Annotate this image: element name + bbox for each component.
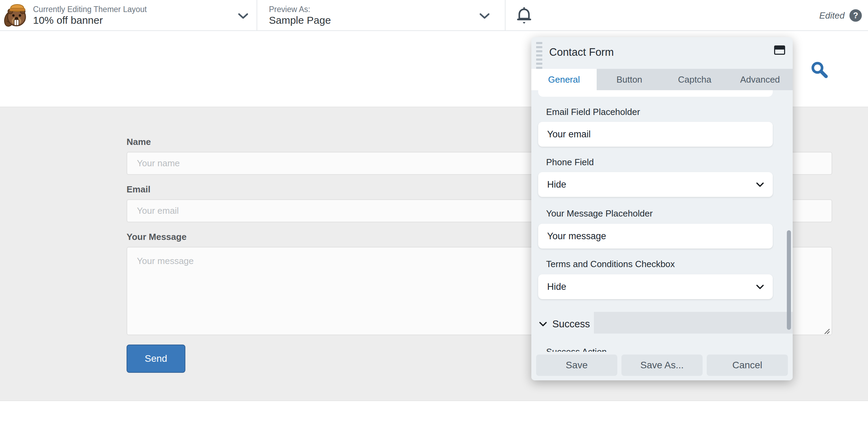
contact-form-settings-panel: Contact Form General Button Captcha Adva… <box>531 37 793 380</box>
name-field-label: Name <box>127 137 151 147</box>
preview-as-label: Preview As: <box>269 4 331 14</box>
edited-status-badge: Edited <box>819 10 845 21</box>
panel-footer: Save Save As... Cancel <box>531 352 793 380</box>
message-placeholder-setting-field <box>538 224 773 249</box>
notifications-bell-icon[interactable] <box>516 7 532 24</box>
chevron-down-icon <box>539 322 547 326</box>
email-placeholder-setting-input[interactable] <box>538 122 773 147</box>
message-placeholder-setting-input[interactable] <box>538 224 773 249</box>
topbar-divider <box>505 0 506 31</box>
editing-layout-title: 10% off banner <box>33 14 147 27</box>
terms-checkbox-setting-label: Terms and Conditions Checkbox <box>546 259 675 270</box>
tab-advanced[interactable]: Advanced <box>727 69 793 90</box>
panel-header: Contact Form <box>531 37 793 69</box>
message-placeholder-setting-label: Your Message Placeholder <box>546 208 653 219</box>
preview-as-dropdown[interactable]: Preview As: Sample Page <box>269 0 497 31</box>
phone-field-select[interactable]: Hide <box>538 172 773 197</box>
layout-switcher-dropdown[interactable]: Currently Editing Themer Layout 10% off … <box>33 0 257 31</box>
success-action-label-clipped: Success Action <box>546 347 607 352</box>
editing-context-label: Currently Editing Themer Layout <box>33 4 147 14</box>
cancel-button[interactable]: Cancel <box>707 355 788 376</box>
preview-as-text: Preview As: Sample Page <box>269 4 331 27</box>
panel-scrollbar-thumb[interactable] <box>787 230 791 330</box>
chevron-down-icon <box>756 285 764 289</box>
phone-field-setting-label: Phone Field <box>546 157 594 168</box>
top-bar: Currently Editing Themer Layout 10% off … <box>0 0 868 31</box>
chevron-down-icon <box>756 182 764 187</box>
builder-screen: Currently Editing Themer Layout 10% off … <box>0 0 868 422</box>
panel-title: Contact Form <box>549 46 614 59</box>
drag-handle[interactable] <box>536 42 543 69</box>
chevron-down-icon <box>238 13 248 19</box>
save-button[interactable]: Save <box>536 355 617 376</box>
save-as-button[interactable]: Save As... <box>621 355 703 376</box>
chevron-down-icon <box>479 13 490 19</box>
page-footer-area <box>0 401 868 422</box>
topbar-divider <box>257 0 257 31</box>
help-icon[interactable]: ? <box>849 9 862 22</box>
beaver-builder-logo-icon <box>3 2 28 29</box>
tab-general[interactable]: General <box>531 69 597 90</box>
preview-as-value: Sample Page <box>269 14 331 27</box>
topbar-right: Edited ? <box>819 0 862 31</box>
scrolled-field-remnant <box>538 90 773 97</box>
panel-tabs: General Button Captcha Advanced <box>531 69 793 90</box>
email-placeholder-setting-field <box>538 122 773 147</box>
terms-checkbox-select-value: Hide <box>547 282 566 292</box>
tab-captcha[interactable]: Captcha <box>662 69 727 90</box>
layout-switcher-text: Currently Editing Themer Layout 10% off … <box>33 4 147 27</box>
search-icon[interactable] <box>810 61 829 80</box>
panel-scroll-body: Email Field Placeholder Phone Field Hide… <box>531 90 793 352</box>
message-field-label: Your Message <box>127 232 186 242</box>
success-section-header[interactable]: Success <box>531 312 793 334</box>
tab-button[interactable]: Button <box>597 69 662 90</box>
terms-checkbox-select[interactable]: Hide <box>538 274 773 299</box>
send-button[interactable]: Send <box>127 345 185 373</box>
success-section-tab: Success <box>531 312 594 336</box>
email-placeholder-setting-label: Email Field Placeholder <box>546 107 640 117</box>
phone-field-select-value: Hide <box>547 179 566 190</box>
email-field-label: Email <box>127 184 150 195</box>
window-mode-icon[interactable] <box>774 45 785 55</box>
success-section-label: Success <box>552 318 590 330</box>
